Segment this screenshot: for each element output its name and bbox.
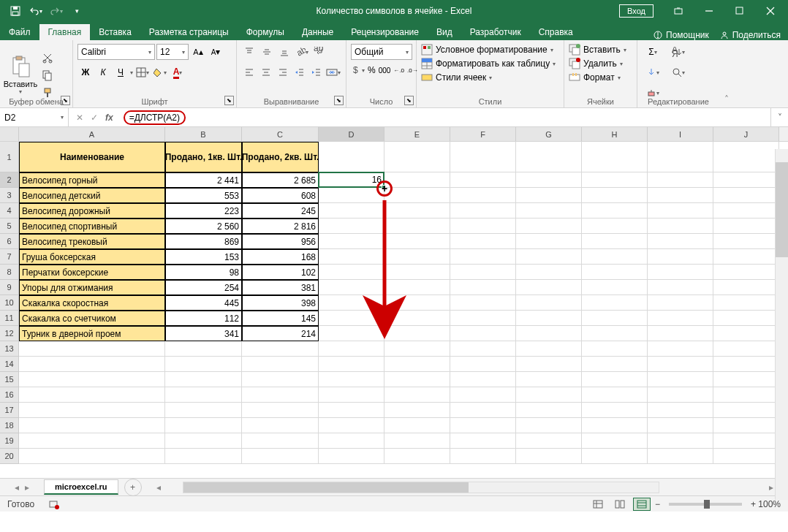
cell[interactable]: 2 685 [242,172,319,188]
cell[interactable] [713,249,779,265]
cell[interactable]: Турник в дверной проем [19,326,165,341]
cell[interactable] [450,372,516,387]
cell[interactable] [713,326,779,341]
cell[interactable]: 254 [165,280,242,295]
cell[interactable] [319,188,384,203]
signin-button[interactable]: Вход [619,4,653,18]
tab-разметка страницы[interactable]: Разметка страницы [140,24,238,40]
cell[interactable] [648,449,713,464]
column-header[interactable]: I [648,127,713,141]
cell[interactable] [319,357,384,372]
cell[interactable] [319,372,384,387]
find-select-icon[interactable]: ▾ [665,64,692,80]
fill-color-icon[interactable]: ▾ [152,64,168,80]
row-header[interactable]: 16 [0,387,19,403]
column-header[interactable]: F [450,127,516,141]
cell[interactable] [384,433,450,449]
cell[interactable] [384,172,450,188]
copy-icon[interactable] [39,67,56,83]
cell[interactable] [384,341,450,357]
fx-icon[interactable]: fx [105,113,113,123]
cell[interactable] [582,433,648,449]
cell[interactable] [450,449,516,464]
zoom-out-icon[interactable]: − [655,499,660,509]
cell[interactable] [582,172,648,188]
cell[interactable] [713,357,779,372]
cell[interactable] [713,418,779,433]
cell[interactable] [165,341,242,357]
column-header[interactable]: J [713,127,779,141]
cell-styles-button[interactable]: Стили ячеек▾ [421,72,559,83]
cell[interactable]: Велосипед горный [19,172,165,188]
row-header[interactable]: 10 [0,295,19,311]
cell[interactable] [713,172,779,188]
cell[interactable]: 223 [165,203,242,218]
tab-данные[interactable]: Данные [293,24,342,40]
cell[interactable] [319,295,384,311]
cell[interactable] [384,188,450,203]
cell[interactable] [165,403,242,418]
cell[interactable] [713,403,779,418]
cell[interactable]: Перчатки боксерские [19,265,165,280]
cell[interactable] [450,418,516,433]
cell[interactable] [582,249,648,265]
ribbon-options-icon[interactable] [664,0,693,22]
cell[interactable] [648,234,713,249]
cell[interactable] [648,188,713,203]
dialog-launcher-icon[interactable]: ⬊ [61,96,70,105]
cell[interactable]: 2 816 [242,218,319,234]
cell[interactable] [516,142,582,172]
cell[interactable] [713,188,779,203]
cell[interactable] [582,295,648,311]
cell[interactable] [384,311,450,326]
cell[interactable]: 445 [165,295,242,311]
cell[interactable] [450,357,516,372]
row-header[interactable]: 15 [0,372,19,387]
align-right-icon[interactable] [275,64,290,80]
row-header[interactable]: 11 [0,311,19,326]
cell[interactable]: 2 441 [165,172,242,188]
cell[interactable] [516,218,582,234]
row-header[interactable]: 5 [0,218,19,234]
fill-handle[interactable] [382,185,386,189]
cell[interactable] [713,218,779,234]
cell[interactable] [319,234,384,249]
cell[interactable] [648,295,713,311]
cell[interactable] [582,203,648,218]
row-header[interactable]: 13 [0,341,19,357]
cell[interactable] [450,203,516,218]
cell[interactable]: 16 [319,172,384,188]
align-center-icon[interactable] [258,64,273,80]
cell[interactable] [516,449,582,464]
cell[interactable] [319,433,384,449]
font-name-select[interactable]: Calibri▾ [77,44,155,60]
macro-record-icon[interactable] [49,499,59,509]
cell[interactable]: Груша боксерская [19,249,165,265]
cell[interactable] [516,387,582,403]
cell[interactable] [19,357,165,372]
cell[interactable] [19,341,165,357]
cell[interactable] [450,218,516,234]
zoom-in-icon[interactable]: + 100% [751,499,781,509]
cell[interactable] [384,295,450,311]
cell[interactable] [450,172,516,188]
cell[interactable]: Продано, 2кв. Шт. [242,142,319,172]
cut-icon[interactable] [39,50,56,66]
cell[interactable] [242,403,319,418]
cell[interactable] [582,387,648,403]
percent-icon[interactable]: % [367,62,376,78]
cell[interactable] [516,188,582,203]
tab-рецензирование[interactable]: Рецензирование [342,24,428,40]
spreadsheet-grid[interactable]: ABCDEFGHIJ 1НаименованиеПродано, 1кв. Шт… [0,127,788,478]
cell[interactable] [384,234,450,249]
maximize-icon[interactable] [725,0,754,22]
cell[interactable]: 112 [165,311,242,326]
cell[interactable] [516,418,582,433]
cell[interactable] [648,357,713,372]
tab-формулы[interactable]: Формулы [238,24,293,40]
cell[interactable]: 869 [165,234,242,249]
delete-cells-button[interactable]: Удалить▾ [569,58,632,69]
qat-customize-icon[interactable]: ▾ [67,1,86,20]
cell[interactable] [582,372,648,387]
cell[interactable] [450,341,516,357]
